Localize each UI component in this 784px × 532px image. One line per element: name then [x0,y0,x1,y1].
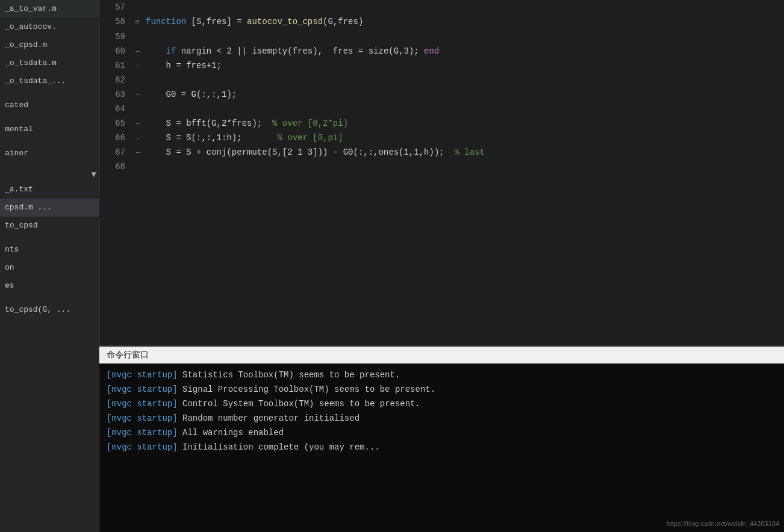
code-line-65: 65 — S = bfft(G,2*fres); % over [0,2*pi) [99,116,784,131]
sidebar-item-2[interactable]: _o_cpsd.m [0,36,99,54]
sidebar-item-nts[interactable]: nts [0,241,99,259]
cmd-line-0: [mvgc startup] Statistics Toolbox(TM) se… [107,368,777,382]
code-line-58: 58 ⊟ function [S,fres] = autocov_to_cpsd… [99,14,784,29]
line-indicator-60: — [132,44,143,58]
line-number-58: 58 [99,14,132,29]
cmd-line-2: [mvgc startup] Control System Toolbox(TM… [107,397,777,410]
line-content-65: S = bfft(G,2*fres); % over [0,2*pi) [143,116,784,131]
watermark: https://blog.csdn.net/weixin_44303104 [667,520,779,527]
collapse-icon-58[interactable]: ⊟ [135,19,139,25]
command-window: 命令行窗口 [mvgc startup] Statistics Toolbox(… [99,345,784,532]
line-content-60: if nargin < 2 || isempty(fres), fres = s… [143,44,784,58]
sidebar-item-3[interactable]: _o_tsdata.m [0,54,99,72]
sidebar-item-ainer[interactable]: ainer [0,144,99,162]
sidebar-item-cated[interactable]: cated [0,96,99,114]
line-number-59: 59 [99,29,132,44]
code-line-67: 67 — S = S + conj(permute(S,[2 1 3])) - … [99,145,784,159]
code-lines: 57 58 ⊟ function [S,fres] = autocov_to_c… [99,0,784,345]
code-line-60: 60 — if nargin < 2 || isempty(fres), fre… [99,44,784,58]
line-number-62: 62 [99,73,132,87]
command-title-bar: 命令行窗口 [99,347,784,363]
sidebar-item-cpsd[interactable]: cpsd.m ... [0,199,99,217]
sidebar-item-on[interactable]: on [0,259,99,277]
sidebar-scroll[interactable]: ▼ [0,169,99,181]
line-number-60: 60 [99,44,132,58]
line-number-61: 61 [99,58,132,73]
line-content-67: S = S + conj(permute(S,[2 1 3])) - G0(:,… [143,145,784,159]
line-number-64: 64 [99,102,132,116]
sidebar-item-mental[interactable]: mental [0,120,99,138]
command-title: 命令行窗口 [107,350,149,360]
sidebar-item-tocpsd2[interactable]: to_cpsd(G, ... [0,301,99,319]
line-number-63: 63 [99,87,132,102]
line-indicator-61: — [132,58,143,73]
code-editor: 57 58 ⊟ function [S,fres] = autocov_to_c… [99,0,784,345]
sidebar-item-atxt[interactable]: _a.txt [0,181,99,199]
scroll-down-icon[interactable]: ▼ [92,170,96,179]
line-number-67: 67 [99,145,132,159]
line-indicator-65: — [132,116,143,131]
sidebar-item-1[interactable]: _o_autocov. [0,18,99,36]
main-area: 57 58 ⊟ function [S,fres] = autocov_to_c… [99,0,784,532]
sidebar: _a_to_var.m _o_autocov. _o_cpsd.m _o_tsd… [0,0,99,532]
sidebar-item-0[interactable]: _a_to_var.m [0,0,99,18]
line-content-61: h = fres+1; [143,58,784,73]
sidebar-item-es[interactable]: es [0,277,99,295]
line-number-65: 65 [99,116,132,131]
line-content-66: S = S(:,:,1:h); % over [0,pi] [143,131,784,145]
code-line-64: 64 [99,102,784,116]
cmd-line-5: [mvgc startup] Initialisation complete (… [107,441,777,454]
cmd-line-3: [mvgc startup] Random number generator i… [107,412,777,425]
line-number-57: 57 [99,0,132,14]
line-number-66: 66 [99,131,132,145]
cmd-line-4: [mvgc startup] All warnings enabled [107,426,777,439]
cmd-line-1: [mvgc startup] Signal Processing Toolbox… [107,383,777,396]
code-line-61: 61 — h = fres+1; [99,58,784,73]
sidebar-item-tocpsd[interactable]: to_cpsd [0,217,99,235]
code-line-59: 59 [99,29,784,44]
command-content: [mvgc startup] Statistics Toolbox(TM) se… [99,363,784,532]
line-indicator-63: — [132,87,143,102]
code-line-63: 63 — G0 = G(:,:,1); [99,87,784,102]
line-indicator-58: ⊟ [132,14,143,29]
code-line-66: 66 — S = S(:,:,1:h); % over [0,pi] [99,131,784,145]
line-content-63: G0 = G(:,:,1); [143,87,784,102]
sidebar-item-4[interactable]: _o_tsdata_... [0,72,99,90]
line-number-68: 68 [99,159,132,174]
code-line-68: 68 [99,159,784,174]
line-indicator-67: — [132,145,143,159]
line-indicator-66: — [132,131,143,145]
code-line-57: 57 [99,0,784,14]
line-content-58: function [S,fres] = autocov_to_cpsd(G,fr… [143,14,784,29]
code-line-62: 62 [99,73,784,87]
